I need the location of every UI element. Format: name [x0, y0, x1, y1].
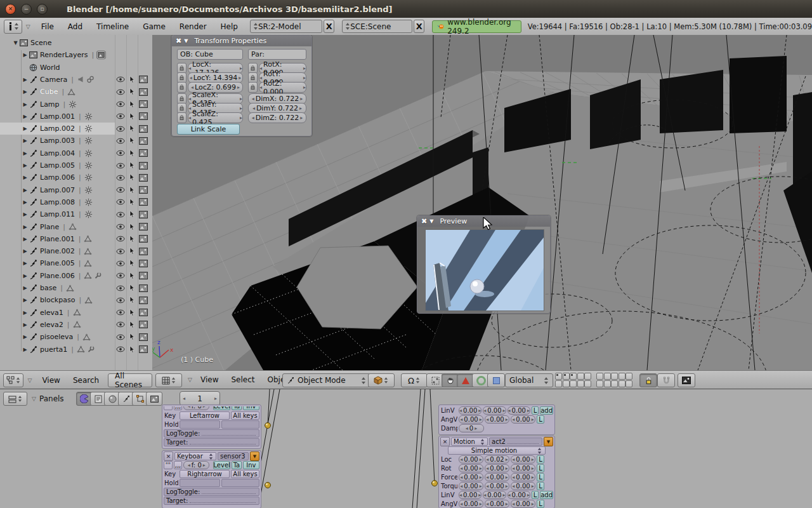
- outliner-row-lamp.011[interactable]: ▶Lamp.011|: [0, 208, 152, 220]
- collapse-menus-icon[interactable]: ▽: [32, 396, 36, 402]
- menu-timeline[interactable]: Timeline: [89, 22, 136, 31]
- stepper-left-icon[interactable]: ◂: [183, 396, 185, 401]
- selectable-cursor-icon[interactable]: [127, 271, 137, 281]
- log-toggle-field[interactable]: LogToggle:: [164, 488, 259, 496]
- outliner-row-lamp.008[interactable]: ▶Lamp.008|: [0, 196, 152, 208]
- outliner-row-base[interactable]: ▶base|: [0, 282, 152, 294]
- snap-button[interactable]: [657, 373, 675, 387]
- add-button[interactable]: add: [540, 491, 553, 499]
- delete-sensor-button[interactable]: ✕: [164, 451, 173, 461]
- selectable-cursor-icon[interactable]: [127, 87, 137, 97]
- window-minimize-icon[interactable]: −: [21, 4, 32, 15]
- expand-icon[interactable]: ▶: [22, 310, 29, 316]
- visibility-eye-icon[interactable]: [115, 344, 126, 354]
- selectable-cursor-icon[interactable]: [127, 258, 137, 269]
- visibility-eye-icon[interactable]: [115, 258, 126, 269]
- invert-button[interactable]: Inv: [243, 406, 259, 410]
- expand-icon[interactable]: ▶: [22, 163, 29, 168]
- key-value-button[interactable]: Leftarrow: [180, 411, 230, 420]
- pulse-true-button[interactable]: ''': [164, 461, 173, 469]
- outliner-item-label[interactable]: Lamp.001: [40, 112, 75, 121]
- collapse-icon[interactable]: ▼: [184, 38, 188, 44]
- layer-button[interactable]: [596, 373, 603, 380]
- scene-selector[interactable]: SCE:Scene: [342, 20, 412, 33]
- expand-icon[interactable]: ▶: [22, 102, 29, 107]
- outliner-item-label[interactable]: eleva1: [40, 309, 63, 317]
- expand-icon[interactable]: ▶: [22, 199, 29, 205]
- selectable-cursor-icon[interactable]: [127, 185, 137, 195]
- delete-scene-button[interactable]: X: [414, 20, 424, 33]
- value-stepper[interactable]: ◂0.00▸: [459, 482, 483, 490]
- outliner-item-label[interactable]: Lamp.005: [40, 161, 75, 170]
- value-stepper[interactable]: ◂0.00▸: [485, 415, 509, 424]
- renderable-image-icon[interactable]: [138, 271, 148, 281]
- layer-button[interactable]: [577, 380, 584, 387]
- visibility-eye-icon[interactable]: [115, 307, 126, 318]
- layer-button[interactable]: [570, 373, 577, 380]
- layer-button[interactable]: [563, 380, 570, 387]
- value-stepper[interactable]: ◂0.00▸: [485, 464, 509, 472]
- expand-icon[interactable]: ▶: [22, 175, 29, 180]
- outliner-row-lamp.004[interactable]: ▶Lamp.004|: [0, 147, 152, 159]
- visibility-eye-icon[interactable]: [115, 246, 126, 257]
- expand-icon[interactable]: ▶: [22, 126, 29, 131]
- draw-mode-button[interactable]: [368, 373, 395, 387]
- layer-button[interactable]: [611, 380, 618, 387]
- outliner-row-plane.002[interactable]: ▶Plane.002|: [0, 245, 152, 257]
- renderable-image-icon[interactable]: [138, 222, 148, 232]
- renderable-image-icon[interactable]: [138, 161, 148, 171]
- dim-field[interactable]: ◂DimZ: 0.722▸: [248, 112, 306, 123]
- editor-type-button[interactable]: [3, 392, 27, 406]
- value-stepper[interactable]: ◂0.00▸: [485, 473, 509, 481]
- menu-file[interactable]: File: [34, 22, 61, 31]
- panel-header[interactable]: ✖ ▼ Transform Properties: [172, 36, 311, 46]
- link-scale-button[interactable]: Link Scale: [177, 124, 240, 135]
- hold-field-2[interactable]: [221, 479, 259, 487]
- selectable-cursor-icon[interactable]: [127, 148, 137, 158]
- outliner-row-scene[interactable]: ▼Scene: [0, 37, 152, 49]
- editor-type-button[interactable]: [3, 373, 23, 387]
- scale-field[interactable]: ◂ScaleZ: 0.425▸: [188, 112, 243, 123]
- value-stepper[interactable]: ◂0.00▸: [483, 406, 506, 415]
- damp-stepper[interactable]: ◂0▸: [459, 424, 484, 432]
- selectable-cursor-icon[interactable]: [127, 136, 137, 146]
- collapse-menus-icon[interactable]: ▽: [26, 23, 30, 30]
- menu-render[interactable]: Render: [173, 22, 214, 31]
- collapse-menus-icon[interactable]: ▽: [27, 377, 32, 384]
- outliner-row-lamp.005[interactable]: ▶Lamp.005|: [0, 159, 152, 171]
- renderable-image-icon[interactable]: [138, 111, 148, 121]
- value-stepper[interactable]: ◂0.00▸: [459, 464, 483, 472]
- target-field[interactable]: Target:: [164, 497, 259, 505]
- sensor-block[interactable]: ✕Keyboarsensor3▼''',,,◂f: 0▸LevelTaInvKe…: [162, 450, 261, 508]
- outliner-menu-search[interactable]: Search: [67, 376, 105, 385]
- move-actuator-button[interactable]: ▼: [544, 437, 553, 446]
- expand-icon[interactable]: ▶: [22, 211, 29, 217]
- layer-button[interactable]: [563, 373, 570, 380]
- renderable-image-icon[interactable]: [138, 332, 148, 342]
- outliner-item-label[interactable]: Plane.001: [40, 235, 75, 243]
- layer-button[interactable]: [570, 380, 577, 387]
- move-sensor-button[interactable]: ▼: [250, 451, 259, 461]
- window-maximize-icon[interactable]: ▫: [37, 4, 48, 15]
- outliner-row-puerta1[interactable]: ▶puerta1|: [0, 344, 152, 356]
- layer-button[interactable]: [619, 373, 625, 380]
- layer-button[interactable]: [584, 373, 591, 380]
- selectable-cursor-icon[interactable]: [127, 124, 137, 134]
- outliner-row-plane.006[interactable]: ▶Plane.006|: [0, 270, 152, 282]
- layer-button[interactable]: [555, 380, 562, 387]
- outliner-item-label[interactable]: Lamp.007: [40, 186, 75, 194]
- outliner-item-label[interactable]: Plane.005: [40, 259, 75, 267]
- orientation-selector[interactable]: Global: [505, 373, 553, 387]
- layer-button[interactable]: [619, 380, 625, 387]
- sensor-type-selector[interactable]: Keyboar: [174, 452, 216, 460]
- window-type-button[interactable]: [4, 20, 22, 34]
- selectable-cursor-icon[interactable]: [127, 283, 137, 293]
- outliner-item-label[interactable]: Cube: [40, 88, 58, 96]
- layer-button[interactable]: [611, 373, 618, 380]
- value-stepper[interactable]: ◂0.00▸: [511, 473, 535, 481]
- menu-game[interactable]: Game: [136, 22, 173, 31]
- outliner-item-label[interactable]: Lamp.006: [40, 173, 75, 182]
- rot-field[interactable]: ◂RotZ: 0.000▸: [259, 82, 306, 93]
- selectable-cursor-icon[interactable]: [127, 319, 137, 330]
- outliner-item-label[interactable]: blockpaso: [40, 296, 75, 304]
